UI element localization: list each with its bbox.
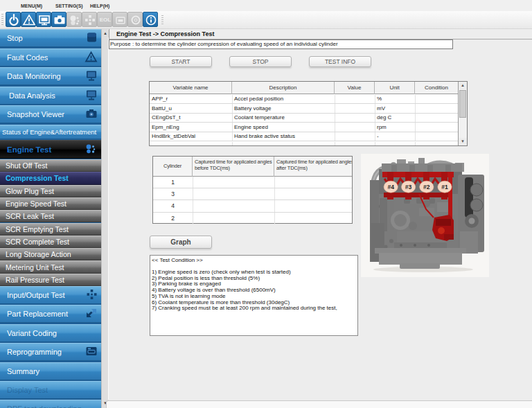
svg-text:#3: #3 [405,184,412,190]
svg-text:#4: #4 [387,184,394,190]
svg-text:#1: #1 [441,184,448,190]
svg-text:#2: #2 [423,184,430,190]
